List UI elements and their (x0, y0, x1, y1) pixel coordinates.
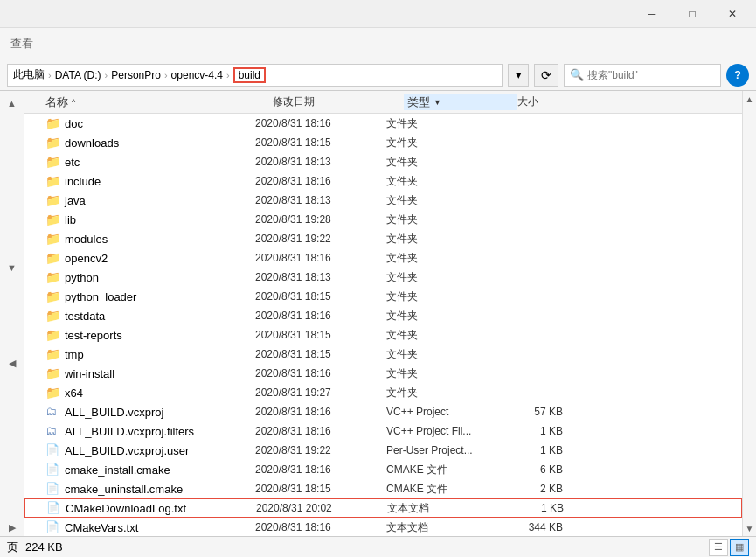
file-row[interactable]: 📄 cmake_uninstall.cmake 2020/8/31 18:15 … (24, 479, 742, 498)
file-date: 2020/8/31 18:16 (255, 406, 386, 418)
file-date: 2020/8/31 20:02 (256, 502, 387, 514)
file-name: 📁 etc (45, 155, 255, 169)
breadcrumb-data[interactable]: DATA (D:) (55, 69, 101, 81)
search-input[interactable] (587, 69, 710, 81)
txt-icon: 📄 (46, 501, 60, 515)
folder-icon: 📁 (45, 136, 59, 150)
file-row[interactable]: 📁 include 2020/8/31 18:16 文件夹 (24, 171, 742, 191)
col-name-header[interactable]: 名称 ^ (45, 94, 273, 110)
file-date: 2020/8/31 18:16 (255, 117, 386, 129)
file-row[interactable]: 📁 python_loader 2020/8/31 18:15 文件夹 (24, 287, 742, 306)
col-type-header[interactable]: 类型 ▼ (404, 94, 517, 110)
folder-icon: 📁 (45, 309, 59, 323)
file-row[interactable]: 📁 python 2020/8/31 18:13 文件夹 (24, 268, 742, 287)
file-type: 文件夹 (386, 366, 500, 381)
file-name: 📁 downloads (45, 136, 255, 150)
file-name: 📄 cmake_install.cmake (45, 463, 255, 477)
cmake-icon: 📄 (45, 463, 59, 477)
file-row[interactable]: 📄 CMakeVars.txt 2020/8/31 18:16 文本文档 344… (24, 518, 742, 536)
breadcrumb-personpro[interactable]: PersonPro (111, 69, 161, 81)
folder-icon: 📁 (45, 116, 59, 130)
file-row[interactable]: 📁 test-reports 2020/8/31 18:15 文件夹 (24, 325, 742, 345)
scroll-down-arrow[interactable]: ▼ (743, 522, 756, 534)
close-button[interactable]: ✕ (712, 0, 753, 28)
folder-icon: 📁 (45, 347, 59, 361)
file-row[interactable]: 📁 downloads 2020/8/31 18:15 文件夹 (24, 133, 742, 152)
breadcrumb-current[interactable]: build (233, 67, 266, 83)
file-type: 文本文档 (386, 520, 500, 535)
file-type: 文件夹 (386, 193, 500, 208)
addressbar: 此电脑 › DATA (D:) › PersonPro › opencv-4.4… (0, 59, 756, 91)
file-row[interactable]: 📄 CMakeDownloadLog.txt 2020/8/31 20:02 文… (24, 498, 742, 518)
right-scrollbar[interactable]: ▲ ▼ (742, 91, 756, 536)
file-name: 📁 win-install (45, 366, 255, 380)
file-row[interactable]: 📁 modules 2020/8/31 19:22 文件夹 (24, 229, 742, 248)
file-row[interactable]: 🗂 ALL_BUILD.vcxproj.filters 2020/8/31 18… (24, 421, 742, 441)
minimize-button[interactable]: ─ (632, 0, 672, 28)
view-icons: ☰ ▦ (709, 539, 749, 556)
file-row[interactable]: 📁 testdata 2020/8/31 18:16 文件夹 (24, 306, 742, 325)
file-row[interactable]: 📁 x64 2020/8/31 19:27 文件夹 (24, 383, 742, 402)
folder-icon: 📁 (45, 212, 59, 226)
breadcrumb-sep-3: › (163, 70, 170, 80)
file-row[interactable]: 📄 cmake_install.cmake 2020/8/31 18:16 CM… (24, 460, 742, 479)
breadcrumb-home[interactable]: 此电脑 (13, 67, 45, 82)
file-row[interactable]: 📁 doc 2020/8/31 18:16 文件夹 (24, 114, 742, 133)
file-type: 文件夹 (386, 347, 500, 362)
file-type: CMAKE 文件 (386, 463, 500, 477)
file-size: 344 KB (500, 521, 570, 533)
search-icon: 🔍 (570, 68, 584, 81)
file-type: 文件夹 (386, 232, 500, 247)
file-size: 6 KB (500, 463, 570, 476)
file-name: 📁 test-reports (45, 328, 255, 342)
col-size-header[interactable]: 大小 (517, 94, 587, 109)
file-type: 文件夹 (386, 328, 500, 343)
breadcrumb-opencv[interactable]: opencv-4.4 (171, 69, 223, 81)
col-date-header[interactable]: 修改日期 (273, 94, 404, 109)
file-row[interactable]: 📁 tmp 2020/8/31 18:15 文件夹 (24, 345, 742, 364)
file-name: 📁 python_loader (45, 289, 255, 303)
breadcrumb-sep-2: › (103, 70, 110, 80)
view-list-button[interactable]: ▦ (730, 539, 749, 556)
file-name: 📄 CMakeDownloadLog.txt (46, 501, 256, 515)
file-name: 📁 include (45, 174, 255, 188)
file-date: 2020/8/31 18:15 (255, 483, 386, 495)
file-type: 文件夹 (386, 386, 500, 400)
file-type: 文本文档 (387, 501, 501, 516)
file-row[interactable]: 📁 etc 2020/8/31 18:13 文件夹 (24, 152, 742, 171)
file-date: 2020/8/31 19:22 (255, 233, 386, 245)
nav-scroll-up[interactable]: ◀ (3, 355, 21, 372)
nav-down-arrow[interactable]: ▼ (3, 259, 21, 276)
file-date: 2020/8/31 18:15 (255, 348, 386, 360)
file-row[interactable]: 📁 lib 2020/8/31 19:28 文件夹 (24, 210, 742, 229)
maximize-button[interactable]: □ (672, 0, 712, 28)
address-dropdown[interactable]: ▾ (508, 64, 529, 87)
folder-icon: 📁 (45, 193, 59, 207)
file-row[interactable]: 📁 opencv2 2020/8/31 18:16 文件夹 (24, 248, 742, 268)
file-date: 2020/8/31 18:13 (255, 156, 386, 168)
help-button[interactable]: ? (726, 64, 749, 87)
file-type: CMAKE 文件 (386, 482, 500, 497)
main-area: ▲ ▼ ◀ ▶ 名称 ^ 修改日期 类型 ▼ 大小 📁 doc (0, 91, 756, 536)
view-details-button[interactable]: ☰ (709, 539, 728, 556)
refresh-button[interactable]: ⟳ (534, 64, 558, 87)
scroll-up-arrow[interactable]: ▲ (743, 93, 756, 105)
file-type: 文件夹 (386, 155, 500, 170)
file-date: 2020/8/31 18:16 (255, 463, 386, 476)
file-name: 🗂 ALL_BUILD.vcxproj (45, 405, 255, 419)
file-area: 名称 ^ 修改日期 类型 ▼ 大小 📁 doc 2020/8/31 18:16 … (24, 91, 742, 536)
nav-scroll-down[interactable]: ▶ (3, 519, 21, 536)
toolbar-label: 查看 (7, 36, 37, 52)
file-row[interactable]: 📄 ALL_BUILD.vcxproj.user 2020/8/31 19:22… (24, 441, 742, 460)
file-row[interactable]: 📁 java 2020/8/31 18:13 文件夹 (24, 191, 742, 210)
file-name: 📁 testdata (45, 309, 255, 323)
folder-icon: 📁 (45, 289, 59, 303)
titlebar: ─ □ ✕ (0, 0, 756, 28)
file-name: 📄 cmake_uninstall.cmake (45, 482, 255, 496)
file-row[interactable]: 📁 win-install 2020/8/31 18:16 文件夹 (24, 364, 742, 383)
file-list: 📁 doc 2020/8/31 18:16 文件夹 📁 downloads 20… (24, 114, 742, 536)
folder-icon: 📁 (45, 386, 59, 400)
file-row[interactable]: 🗂 ALL_BUILD.vcxproj 2020/8/31 18:16 VC++… (24, 402, 742, 421)
nav-up-arrow[interactable]: ▲ (3, 94, 21, 112)
search-box[interactable]: 🔍 (564, 64, 721, 87)
